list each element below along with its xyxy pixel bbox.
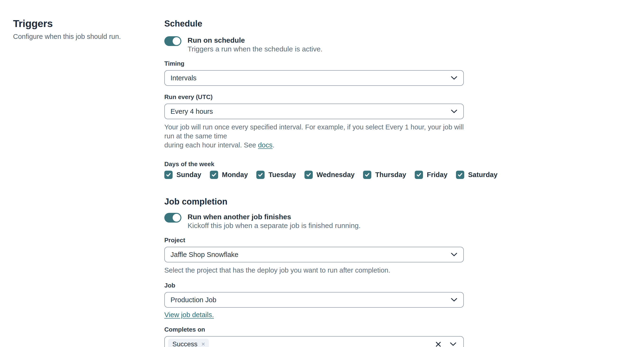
timing-select-value: Intervals <box>170 74 196 82</box>
completes-on-multiselect[interactable]: Success × <box>164 336 464 347</box>
day-label: Saturday <box>468 171 498 179</box>
run-on-schedule-description: Triggers a run when the schedule is acti… <box>188 44 322 53</box>
multiselect-controls <box>436 342 456 347</box>
run-every-select-value: Every 4 hours <box>170 108 213 115</box>
timing-label: Timing <box>164 60 464 67</box>
day-checkbox-sunday[interactable]: Sunday <box>164 171 201 179</box>
help-suffix: . <box>272 141 274 149</box>
docs-link[interactable]: docs <box>258 141 272 149</box>
chevron-down-icon <box>451 109 457 113</box>
run-on-schedule-toggle[interactable] <box>164 36 182 46</box>
page-subtitle: Configure when this job should run. <box>13 32 155 41</box>
help-line1: Your job will run once every specified i… <box>164 123 464 140</box>
chip-remove-icon[interactable]: × <box>201 341 205 347</box>
checkbox-checked-icon <box>256 171 264 179</box>
job-completion-section: Job completion Run when another job fini… <box>164 197 464 347</box>
checkbox-checked-icon <box>210 171 218 179</box>
job-select[interactable]: Production Job <box>164 292 464 308</box>
run-when-job-finishes-row: Run when another job finishes Kickoff th… <box>164 212 464 230</box>
project-field: Project Jaffle Shop Snowflake Select the… <box>164 237 464 275</box>
clear-icon[interactable] <box>436 342 441 347</box>
run-on-schedule-row: Run on schedule Triggers a run when the … <box>164 36 464 53</box>
triggers-form-column: Schedule Run on schedule Triggers a run … <box>164 0 464 347</box>
view-job-details-link[interactable]: View job details. <box>164 311 214 319</box>
run-when-job-finishes-label: Run when another job finishes <box>188 212 361 221</box>
chevron-down-icon[interactable] <box>450 342 456 346</box>
toggle-text: Run on schedule Triggers a run when the … <box>188 36 322 53</box>
schedule-section: Schedule Run on schedule Triggers a run … <box>164 18 464 179</box>
day-label: Monday <box>222 171 248 179</box>
day-checkbox-friday[interactable]: Friday <box>415 171 448 179</box>
project-select-value: Jaffle Shop Snowflake <box>170 251 238 259</box>
day-label: Wednesday <box>316 171 355 179</box>
success-chip: Success × <box>168 339 209 347</box>
page-title: Triggers <box>13 17 155 30</box>
run-when-job-finishes-description: Kickoff this job when a separate job is … <box>188 221 361 230</box>
section-intro-column: Triggers Configure when this job should … <box>0 0 164 347</box>
project-help-text: Select the project that has the deploy j… <box>164 266 464 275</box>
toggle-knob <box>172 37 180 45</box>
job-select-value: Production Job <box>170 296 216 304</box>
run-every-select[interactable]: Every 4 hours <box>164 104 464 119</box>
days-of-week-row: Sunday Monday Tuesday Wednesday <box>164 171 464 179</box>
triggers-settings-page: Triggers Configure when this job should … <box>0 0 644 347</box>
project-select[interactable]: Jaffle Shop Snowflake <box>164 247 464 262</box>
checkbox-checked-icon <box>456 171 464 179</box>
day-checkbox-thursday[interactable]: Thursday <box>363 171 406 179</box>
run-when-job-finishes-toggle[interactable] <box>164 213 182 223</box>
run-every-field: Run every (UTC) Every 4 hours Your job w… <box>164 93 464 150</box>
day-label: Tuesday <box>268 171 296 179</box>
project-label: Project <box>164 237 464 244</box>
checkbox-checked-icon <box>164 171 172 179</box>
day-checkbox-monday[interactable]: Monday <box>210 171 248 179</box>
checkbox-checked-icon <box>363 171 371 179</box>
job-completion-heading: Job completion <box>164 197 464 207</box>
day-label: Friday <box>427 171 448 179</box>
run-on-schedule-label: Run on schedule <box>188 36 322 44</box>
job-label: Job <box>164 282 464 289</box>
toggle-knob <box>172 214 180 222</box>
chevron-down-icon <box>451 253 457 257</box>
checkbox-checked-icon <box>304 171 313 179</box>
toggle-text: Run when another job finishes Kickoff th… <box>188 212 361 230</box>
days-of-week-label: Days of the week <box>164 160 464 168</box>
chevron-down-icon <box>451 298 457 302</box>
timing-field: Timing Intervals <box>164 60 464 86</box>
schedule-heading: Schedule <box>164 18 464 29</box>
run-every-label: Run every (UTC) <box>164 93 464 101</box>
timing-select[interactable]: Intervals <box>164 70 464 86</box>
completes-on-label: Completes on <box>164 326 464 333</box>
completes-on-field: Completes on Success × <box>164 326 464 347</box>
chevron-down-icon <box>451 76 457 80</box>
day-label: Sunday <box>176 171 201 179</box>
job-field: Job Production Job View job details. <box>164 282 464 319</box>
day-checkbox-saturday[interactable]: Saturday <box>456 171 498 179</box>
day-label: Thursday <box>375 171 406 179</box>
day-checkbox-wednesday[interactable]: Wednesday <box>304 171 355 179</box>
success-chip-label: Success <box>172 340 198 347</box>
run-every-help-text: Your job will run once every specified i… <box>164 123 464 150</box>
help-line2: during each hour interval. See <box>164 141 258 149</box>
checkbox-checked-icon <box>415 171 423 179</box>
day-checkbox-tuesday[interactable]: Tuesday <box>256 171 296 179</box>
days-of-week-field: Days of the week Sunday Monday Tuesday <box>164 160 464 179</box>
